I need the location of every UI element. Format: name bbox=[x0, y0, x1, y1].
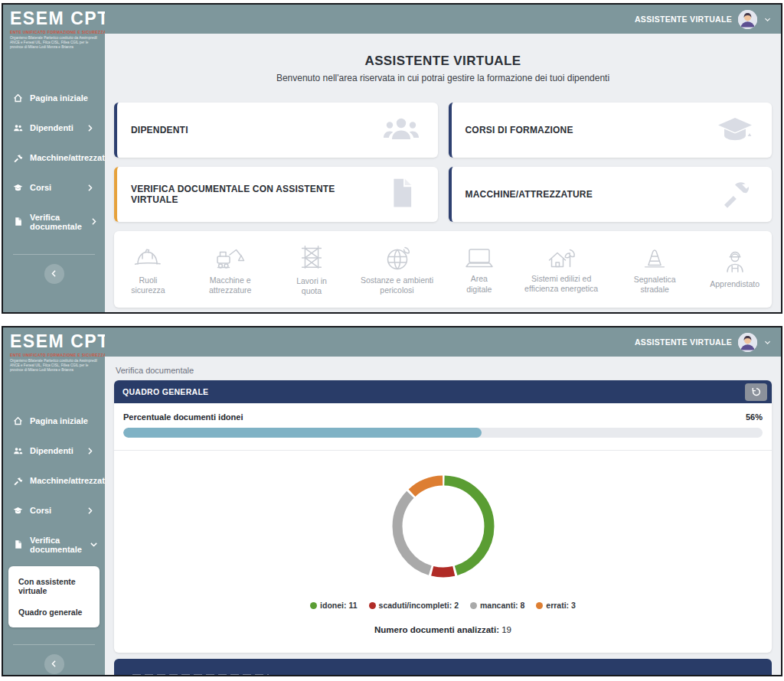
chevron-right-icon bbox=[85, 446, 95, 456]
screenshot-home: ESEM CPT ENTE UNIFICATO FORMAZIONE E SIC… bbox=[2, 3, 782, 314]
donut-chart bbox=[386, 469, 501, 584]
card-label: VERIFICA DOCUMENTALE CON ASSISTENTE VIRT… bbox=[131, 184, 361, 205]
chevron-left-icon bbox=[49, 659, 59, 669]
collapse-sidebar-button[interactable] bbox=[44, 264, 64, 284]
chevron-down-icon[interactable] bbox=[763, 15, 772, 24]
card-label: CORSI DI FORMAZIONE bbox=[466, 125, 573, 135]
sidebar: ESEM CPT ENTE UNIFICATO FORMAZIONE E SIC… bbox=[3, 5, 105, 312]
category-label: Macchine e attrezzature bbox=[196, 275, 265, 295]
brand-name-right: CPT bbox=[70, 333, 109, 350]
sidebar-item-label: Pagina iniziale bbox=[30, 416, 88, 425]
chevron-right-icon bbox=[85, 506, 95, 516]
category-segnaletica-stradale[interactable]: Segnaletica stradale bbox=[626, 244, 684, 295]
sidebar-item-label: Corsi bbox=[30, 183, 51, 192]
sidebar-item-corsi[interactable]: Corsi bbox=[3, 498, 105, 523]
category-area-digitale[interactable]: Area digitale bbox=[462, 244, 498, 294]
documents-analyzed: Numero documenti analizzati: 19 bbox=[123, 625, 763, 634]
page-subtitle: Benvenuto nell'area riservata in cui pot… bbox=[114, 73, 772, 83]
card-macchine-attrezzature[interactable]: MACCHINE/ATTREZZATURE bbox=[449, 167, 773, 222]
sidebar-divider bbox=[13, 644, 95, 645]
progress-value: 56% bbox=[746, 412, 763, 422]
document-icon bbox=[13, 217, 23, 226]
history-reload-icon bbox=[751, 386, 762, 397]
sidebar-item-macchine[interactable]: Macchine/attrezzature bbox=[3, 145, 105, 171]
category-ruoli-sicurezza[interactable]: Ruoli sicurezza bbox=[126, 243, 170, 295]
avatar[interactable] bbox=[738, 333, 757, 352]
legend-item-scaduti-incompleti: scaduti/incompleti: 2 bbox=[369, 601, 459, 610]
chevron-down-icon bbox=[89, 539, 99, 549]
category-lavori-in-quota[interactable]: Lavori in quota bbox=[290, 243, 332, 296]
card-verifica-documentale[interactable]: VERIFICA DOCUMENTALE CON ASSISTENTE VIRT… bbox=[114, 167, 438, 222]
page-title: ASSISTENTE VIRTUALE bbox=[114, 54, 772, 69]
brand-name-right: CPT bbox=[70, 10, 109, 28]
chevron-down-icon[interactable] bbox=[763, 338, 772, 347]
home-content: ASSISTENTE VIRTUALE Benvenuto nell'area … bbox=[105, 34, 781, 312]
avatar[interactable] bbox=[738, 10, 757, 29]
shortcut-cards: DIPENDENTI CORSI DI FORMAZIONE VERIFICA … bbox=[114, 103, 772, 222]
chevron-right-icon bbox=[85, 183, 95, 193]
submenu-item-con-assistente-virtuale[interactable]: Con assistente virtuale bbox=[8, 571, 100, 601]
sidebar-item-label: Verifica documentale bbox=[30, 213, 82, 231]
avatar-icon bbox=[738, 333, 757, 352]
helmet-icon bbox=[132, 243, 163, 271]
home-icon bbox=[13, 416, 23, 426]
graduation-cap-icon bbox=[13, 506, 23, 516]
brand-tagline: ENTE UNIFICATO FORMAZIONE E SICUREZZA bbox=[10, 30, 98, 34]
worker-icon bbox=[720, 249, 750, 275]
brand-tagline: ENTE UNIFICATO FORMAZIONE E SICUREZZA bbox=[10, 353, 98, 357]
sidebar-item-verifica-documentale[interactable]: Verifica documentale bbox=[3, 528, 105, 562]
card-dipendenti[interactable]: DIPENDENTI bbox=[114, 103, 438, 158]
legend-item-errati: errati: 3 bbox=[536, 601, 576, 610]
sidebar-item-pagina-iniziale[interactable]: Pagina iniziale bbox=[3, 86, 105, 111]
sidebar-item-corsi[interactable]: Corsi bbox=[3, 175, 105, 200]
legend-dot-idonei bbox=[310, 602, 317, 609]
sidebar-item-dipendenti[interactable]: Dipendenti bbox=[3, 116, 105, 141]
category-apprendistato[interactable]: Apprendistato bbox=[710, 249, 760, 289]
category-label: Area digitale bbox=[462, 274, 498, 294]
category-sostanze-pericolose[interactable]: Sostanze e ambienti pericolosi bbox=[359, 243, 436, 295]
sidebar-item-label: Verifica documentale bbox=[30, 536, 82, 554]
excavator-icon bbox=[214, 243, 247, 271]
brand-title: ESEM CPT bbox=[10, 10, 98, 28]
submenu-item-quadro-generale[interactable]: Quadro generale bbox=[8, 601, 100, 623]
sidebar: ESEM CPT ENTE UNIFICATO FORMAZIONE E SIC… bbox=[3, 327, 105, 675]
topbar: ASSISTENTE VIRTUALE bbox=[105, 5, 781, 34]
legend-dot-scaduti bbox=[369, 602, 376, 609]
document-icon bbox=[13, 539, 23, 549]
reload-button[interactable] bbox=[745, 383, 767, 401]
brand-subtext: Organismo Bilaterale Paritetico costitui… bbox=[10, 359, 98, 373]
topbar: ASSISTENTE VIRTUALE bbox=[105, 327, 781, 357]
home-icon bbox=[13, 93, 23, 103]
progress-bar bbox=[123, 428, 763, 438]
legend-label: errati: 3 bbox=[546, 601, 576, 610]
sidebar-item-macchine[interactable]: Macchine/attrezzature bbox=[3, 468, 105, 494]
user-menu-label[interactable]: ASSISTENTE VIRTUALE bbox=[635, 337, 732, 347]
sidebar-item-label: Pagina iniziale bbox=[30, 93, 88, 103]
chart-legend: idonei: 11 scaduti/incompleti: 2 mancant… bbox=[123, 601, 763, 610]
sidebar-item-pagina-iniziale[interactable]: Pagina iniziale bbox=[3, 409, 105, 434]
legend-dot-mancanti bbox=[470, 602, 477, 609]
next-panel-header-clipped bbox=[114, 659, 772, 675]
category-sistemi-edilizi[interactable]: Sistemi edilizi ed efficienza energetica bbox=[523, 245, 599, 294]
collapse-sidebar-button[interactable] bbox=[44, 654, 64, 674]
legend-item-idonei: idonei: 11 bbox=[310, 601, 357, 610]
sidebar-item-dipendenti[interactable]: Dipendenti bbox=[3, 438, 105, 464]
category-macchine-attrezzature[interactable]: Macchine e attrezzature bbox=[196, 243, 265, 295]
brand-logo[interactable]: ESEM CPT ENTE UNIFICATO FORMAZIONE E SIC… bbox=[3, 5, 105, 52]
brand-title: ESEM CPT bbox=[10, 333, 98, 350]
brand-logo[interactable]: ESEM CPT ENTE UNIFICATO FORMAZIONE E SIC… bbox=[3, 327, 105, 375]
breadcrumb: Verifica documentale bbox=[116, 366, 770, 375]
sidebar-item-verifica-documentale[interactable]: Verifica documentale bbox=[3, 205, 105, 239]
clipped-panel-title-text bbox=[132, 674, 269, 675]
legend-item-mancanti: mancanti: 8 bbox=[470, 601, 524, 610]
card-corsi-di-formazione[interactable]: CORSI DI FORMAZIONE bbox=[449, 103, 773, 158]
category-label: Sostanze e ambienti pericolosi bbox=[359, 275, 436, 295]
card-label: DIPENDENTI bbox=[131, 125, 188, 135]
progress-label: Percentuale documenti idonei bbox=[123, 412, 243, 422]
quadro-generale-panel: QUADRO GENERALE Percentuale documenti id… bbox=[114, 380, 772, 653]
user-menu-label[interactable]: ASSISTENTE VIRTUALE bbox=[635, 15, 732, 24]
users-icon bbox=[13, 446, 23, 456]
document-icon bbox=[383, 177, 420, 212]
category-label: Apprendistato bbox=[710, 279, 760, 289]
sidebar-divider bbox=[13, 254, 95, 255]
